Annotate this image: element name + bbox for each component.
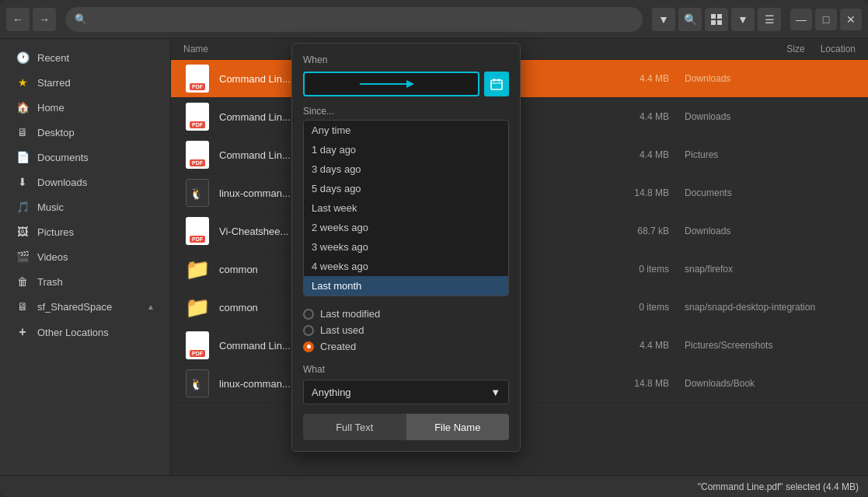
documents-icon: 📄	[16, 151, 30, 163]
file-location: Pictures	[685, 149, 856, 160]
back-button[interactable]: ←	[6, 8, 30, 31]
grid-view-btn[interactable]	[705, 8, 728, 31]
search-filter-popup: When Since... Any time 1 day ago 3 days …	[291, 43, 521, 452]
sidebar-item-recent[interactable]: 🕐 Recent	[3, 45, 167, 70]
pdf-icon	[186, 103, 209, 131]
music-icon: 🎵	[16, 201, 30, 213]
search-icon: 🔍	[75, 13, 87, 25]
file-size: 68.7 kB	[607, 226, 669, 236]
file-location: snap/snapd-desktop-integration	[685, 302, 856, 313]
sidebar-item-documents[interactable]: 📄 Documents	[3, 145, 167, 170]
forward-button[interactable]: →	[33, 8, 56, 31]
sidebar-item-starred[interactable]: ★ Starred	[3, 70, 167, 95]
sidebar-label-other: Other Locations	[37, 327, 109, 338]
radio-last-modified[interactable]: Last modified	[303, 306, 509, 322]
sidebar-item-music[interactable]: 🎵 Music	[3, 194, 167, 219]
what-select[interactable]: Anything ▼	[303, 380, 509, 404]
other-icon: +	[16, 325, 30, 339]
file-icon	[183, 141, 211, 169]
list-view-btn[interactable]: ☰	[758, 8, 781, 31]
file-icon	[183, 103, 211, 131]
radio-circle	[303, 309, 314, 320]
sidebar-label-desktop: Desktop	[37, 127, 75, 138]
file-location: Downloads/Book	[685, 378, 856, 389]
window-controls: ― □ ✕	[790, 9, 862, 30]
file-location: Pictures/Screenshots	[685, 340, 856, 351]
file-icon	[183, 217, 211, 245]
view-dropdown-btn[interactable]: ▼	[652, 8, 675, 31]
file-size: 4.4 MB	[607, 149, 669, 160]
file-location: Downloads	[685, 73, 856, 84]
sidebar-item-downloads[interactable]: ⬇ Downloads	[3, 170, 167, 194]
list-item[interactable]: 2 weeks ago	[304, 218, 508, 237]
calendar-button[interactable]	[484, 72, 509, 96]
file-name-button[interactable]: File Name	[406, 414, 510, 440]
starred-icon: ★	[16, 76, 30, 89]
radio-circle-checked	[303, 341, 314, 352]
since-label: Since...	[303, 106, 509, 117]
list-item[interactable]: Last week	[304, 198, 508, 218]
file-size: 0 items	[607, 264, 669, 275]
svg-rect-1	[717, 14, 722, 19]
status-bar: "Command Line.pdf" selected (4.4 MB)	[0, 475, 868, 497]
file-size: 4.4 MB	[607, 340, 669, 351]
list-item[interactable]: Last month	[304, 276, 508, 296]
desktop-icon: 🖥	[16, 126, 30, 138]
when-label: When	[303, 54, 509, 65]
list-item[interactable]: 3 days ago	[304, 159, 508, 179]
sidebar-item-trash[interactable]: 🗑 Trash	[3, 269, 167, 294]
radio-label: Last used	[320, 324, 364, 336]
what-value: Anything	[312, 387, 351, 398]
list-item[interactable]: 4 weeks ago	[304, 257, 508, 276]
sidebar-item-desktop[interactable]: 🖥 Desktop	[3, 120, 167, 145]
svg-marker-7	[406, 80, 414, 88]
pdf-icon	[186, 65, 209, 93]
sidebar-item-other[interactable]: + Other Locations	[3, 319, 167, 345]
list-item[interactable]: 3 weeks ago	[304, 237, 508, 257]
sidebar-label-music: Music	[37, 201, 64, 213]
maximize-button[interactable]: □	[815, 9, 837, 30]
search-btn[interactable]: 🔍	[678, 8, 702, 31]
file-icon: 📁	[183, 255, 211, 283]
sidebar-label-starred: Starred	[37, 77, 71, 89]
file-location: Documents	[685, 187, 856, 198]
file-location: Downloads	[685, 226, 856, 236]
sidebar-label-recent: Recent	[37, 52, 69, 64]
sidebar-label-videos: Videos	[37, 251, 68, 263]
sidebar-item-sf-shared[interactable]: 🖥 sf_SharedSpace ▲	[3, 294, 167, 319]
file-icon: 📁	[183, 293, 211, 321]
svg-rect-0	[711, 14, 716, 19]
list-item[interactable]: Any time	[304, 121, 508, 140]
radio-created[interactable]: Created	[303, 338, 509, 355]
recent-icon: 🕐	[16, 51, 30, 64]
pdf-icon	[186, 331, 209, 359]
videos-icon: 🎬	[16, 250, 30, 263]
titlebar: ← → 🔍 Co ▼ 🔍 ▼ ☰ ― □ ✕	[0, 0, 868, 39]
minimize-button[interactable]: ―	[790, 9, 812, 30]
close-button[interactable]: ✕	[840, 9, 862, 30]
full-text-button[interactable]: Full Text	[303, 414, 406, 440]
date-input-row	[303, 72, 509, 96]
pictures-icon: 🖼	[16, 226, 30, 238]
pdf-icon	[186, 141, 209, 169]
search-input[interactable]: Co	[92, 13, 633, 25]
date-input-container	[303, 72, 479, 96]
home-icon: 🏠	[16, 101, 30, 114]
folder-icon: 📁	[185, 296, 210, 320]
eject-icon: ▲	[147, 303, 155, 311]
sidebar-label-sf-shared: sf_SharedSpace	[37, 301, 112, 313]
what-label: What	[303, 364, 509, 375]
list-item[interactable]: 1 day ago	[304, 140, 508, 159]
grid-view-dropdown-btn[interactable]: ▼	[731, 8, 755, 31]
sidebar-item-home[interactable]: 🏠 Home	[3, 95, 167, 120]
header-location: Location	[821, 44, 856, 54]
shared-icon: 🖥	[16, 300, 30, 313]
folder-icon: 📁	[185, 257, 210, 282]
teal-arrow	[356, 76, 418, 92]
sidebar-item-videos[interactable]: 🎬 Videos	[3, 244, 167, 269]
file-size: 0 items	[607, 302, 669, 313]
radio-last-used[interactable]: Last used	[303, 322, 509, 338]
sidebar-item-pictures[interactable]: 🖼 Pictures	[3, 219, 167, 244]
status-text: "Command Line.pdf" selected (4.4 MB)	[698, 481, 859, 492]
list-item[interactable]: 5 days ago	[304, 179, 508, 198]
